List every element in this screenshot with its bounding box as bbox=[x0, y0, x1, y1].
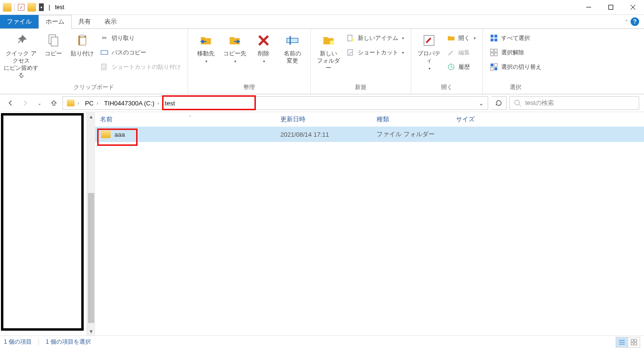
svg-rect-23 bbox=[491, 39, 493, 41]
scrollbar-thumb[interactable] bbox=[88, 193, 94, 323]
up-button[interactable] bbox=[48, 97, 60, 109]
collapse-ribbon-button[interactable]: ˄ bbox=[625, 19, 628, 25]
select-none-button[interactable]: 選択解除 bbox=[487, 46, 544, 59]
openfolder-icon bbox=[447, 34, 455, 42]
tab-view[interactable]: 表示 bbox=[98, 15, 124, 28]
new-shortcut-button[interactable]: ショートカット▾ bbox=[343, 46, 407, 59]
row-type: ファイル フォルダー bbox=[377, 130, 456, 139]
svg-point-15 bbox=[329, 40, 334, 45]
group-select: すべて選択 選択解除 選択の切り替え 選択 bbox=[483, 29, 548, 94]
rename-button[interactable]: 名前の 変更 bbox=[278, 31, 306, 64]
search-icon bbox=[514, 99, 521, 107]
tab-home[interactable]: ホーム bbox=[38, 15, 72, 29]
recent-locations-button[interactable]: ⌄ bbox=[34, 97, 45, 109]
status-selected-count: 1 個の項目を選択 bbox=[46, 338, 91, 346]
paste-shortcut-button[interactable]: ショートカットの貼り付け bbox=[97, 61, 184, 73]
breadcrumb-pc[interactable]: PC› bbox=[81, 97, 101, 109]
svg-rect-18 bbox=[348, 50, 353, 55]
group-open: プロパティ▾ 開く▾ 編集 履歴 開く bbox=[411, 29, 483, 94]
content-area: ▲ ▼ 名前 ⌃ 更新日時 種類 サイズ aaa 2021/08/14 17:1… bbox=[0, 112, 644, 335]
move-to-button[interactable]: 移動先▾ bbox=[192, 31, 220, 64]
folder-icon bbox=[27, 3, 36, 12]
group-label-organize: 整理 bbox=[188, 82, 310, 94]
column-name[interactable]: 名前 ⌃ bbox=[100, 116, 280, 124]
thumbnails-view-button[interactable] bbox=[628, 337, 640, 348]
folder-icon bbox=[101, 130, 111, 138]
address-bar[interactable]: › PC› TIH0447300A (C:)› test ⌄ bbox=[63, 96, 488, 110]
svg-rect-25 bbox=[491, 49, 493, 52]
new-folder-button[interactable]: 新しい フォルダー bbox=[315, 31, 342, 72]
new-item-button[interactable]: 新しいアイテム▾ bbox=[343, 32, 407, 44]
refresh-button[interactable] bbox=[491, 96, 506, 110]
svg-point-33 bbox=[515, 100, 519, 105]
group-label-open: 開く bbox=[411, 82, 482, 94]
title-bar: ✓ ▾ | test bbox=[0, 0, 644, 15]
column-size[interactable]: サイズ bbox=[456, 116, 514, 124]
search-box[interactable]: testの検索 bbox=[509, 96, 639, 110]
close-button[interactable] bbox=[622, 0, 644, 15]
scroll-down-button[interactable]: ▼ bbox=[87, 327, 95, 335]
copy-path-button[interactable]: パスのコピー bbox=[97, 46, 184, 59]
paste-button[interactable]: 貼り付け bbox=[68, 31, 96, 57]
window-title: test bbox=[55, 4, 64, 11]
properties-button[interactable]: プロパティ▾ bbox=[415, 31, 443, 71]
svg-rect-13 bbox=[287, 38, 298, 42]
edit-button[interactable]: 編集 bbox=[444, 46, 479, 59]
group-label-new: 新規 bbox=[311, 82, 411, 94]
svg-rect-10 bbox=[101, 64, 106, 70]
view-switcher bbox=[616, 337, 640, 348]
svg-rect-5 bbox=[51, 37, 58, 46]
newitem-icon bbox=[346, 34, 355, 42]
history-button[interactable]: 履歴 bbox=[444, 61, 479, 73]
group-label-select: 選択 bbox=[483, 82, 548, 94]
pin-icon bbox=[13, 33, 29, 48]
breadcrumb-drive[interactable]: TIH0447300A (C:)› bbox=[100, 97, 161, 109]
pin-to-quickaccess-button[interactable]: クイック アクセス にピン留めする bbox=[4, 31, 38, 79]
path-icon bbox=[100, 48, 109, 57]
table-row[interactable]: aaa 2021/08/14 17:11 ファイル フォルダー bbox=[95, 127, 644, 142]
minimize-button[interactable] bbox=[578, 0, 600, 15]
group-new: 新しい フォルダー 新しいアイテム▾ ショートカット▾ 新規 bbox=[311, 29, 411, 94]
maximize-button[interactable] bbox=[600, 0, 622, 15]
navpane-scrollbar[interactable]: ▲ ▼ bbox=[87, 112, 95, 335]
breadcrumb-folder[interactable]: test bbox=[161, 97, 177, 109]
tab-share[interactable]: 共有 bbox=[72, 15, 98, 28]
edit-icon bbox=[447, 48, 455, 57]
row-date: 2021/08/14 17:11 bbox=[280, 131, 377, 138]
back-button[interactable] bbox=[5, 97, 16, 109]
scroll-up-button[interactable]: ▲ bbox=[87, 112, 95, 121]
delete-button[interactable]: 削除▾ bbox=[250, 31, 278, 64]
column-type[interactable]: 種類 bbox=[377, 116, 456, 124]
address-dropdown[interactable]: ⌄ bbox=[474, 100, 488, 107]
select-all-button[interactable]: すべて選択 bbox=[487, 32, 544, 44]
svg-rect-29 bbox=[491, 64, 493, 66]
redacted-box bbox=[1, 113, 84, 331]
details-view-button[interactable] bbox=[616, 337, 628, 348]
svg-rect-38 bbox=[631, 339, 633, 342]
folder-icon bbox=[3, 3, 12, 12]
rename-icon bbox=[284, 33, 301, 48]
svg-rect-9 bbox=[101, 51, 108, 54]
column-date[interactable]: 更新日時 bbox=[280, 116, 377, 124]
scissors-icon: ✂ bbox=[100, 34, 109, 42]
selectall-icon bbox=[490, 34, 498, 42]
checkbox-icon[interactable]: ✓ bbox=[18, 4, 25, 11]
forward-button[interactable] bbox=[19, 97, 31, 109]
qat-dropdown[interactable]: ▾ bbox=[39, 3, 44, 11]
help-icon[interactable]: ? bbox=[631, 17, 639, 26]
svg-rect-41 bbox=[634, 343, 637, 345]
tab-file[interactable]: ファイル bbox=[0, 15, 38, 28]
separator bbox=[38, 339, 39, 346]
cut-button[interactable]: ✂ 切り取り bbox=[97, 32, 184, 44]
svg-rect-31 bbox=[491, 67, 493, 70]
copy-button[interactable]: コピー bbox=[39, 31, 67, 57]
invert-selection-button[interactable]: 選択の切り替え bbox=[487, 61, 544, 73]
copy-to-button[interactable]: コピー先▾ bbox=[221, 31, 249, 64]
navigation-pane[interactable] bbox=[0, 112, 87, 335]
copy-icon bbox=[45, 33, 62, 48]
shortcut-icon bbox=[100, 63, 109, 71]
svg-rect-28 bbox=[494, 53, 497, 56]
svg-rect-30 bbox=[494, 64, 497, 66]
row-name: aaa bbox=[114, 131, 125, 138]
open-button[interactable]: 開く▾ bbox=[444, 32, 479, 44]
